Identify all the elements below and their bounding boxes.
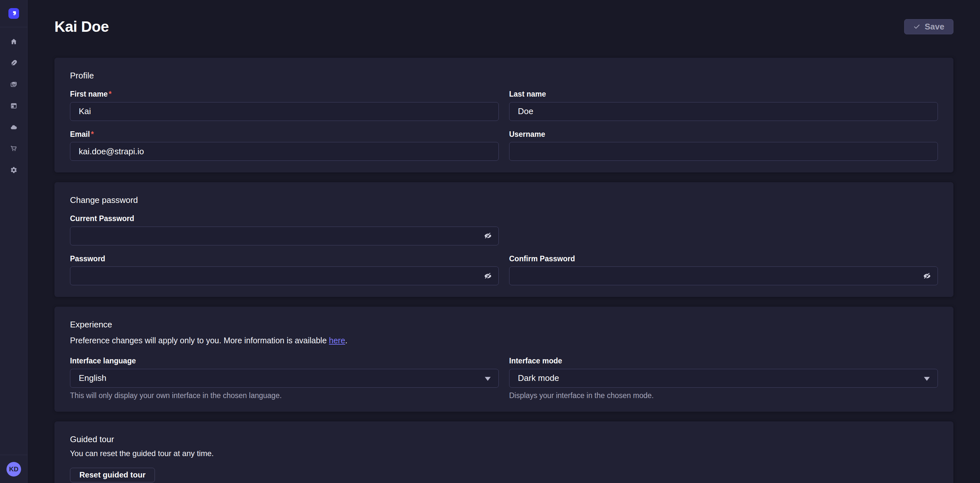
profile-section: Profile First name* Last name Email* Use…: [54, 58, 953, 172]
interface-language-label: Interface language: [70, 357, 499, 366]
email-input[interactable]: [70, 142, 499, 161]
interface-mode-hint: Displays your interface in the chosen mo…: [509, 391, 938, 400]
interface-language-value: English: [79, 373, 106, 383]
change-password-form-grid: Current Password: [70, 214, 938, 285]
email-field: Email*: [70, 130, 499, 161]
media-library-icon: [10, 81, 18, 88]
first-name-field: First name*: [70, 90, 499, 121]
change-password-section: Change password Current Password: [54, 182, 953, 297]
first-name-label: First name*: [70, 90, 499, 99]
username-input[interactable]: [509, 142, 938, 161]
sidebar-item-cloud[interactable]: [0, 116, 27, 138]
new-password-label: Password: [70, 255, 499, 263]
interface-mode-label: Interface mode: [509, 357, 938, 366]
strapi-logo-glyph: [11, 10, 17, 16]
experience-section-title: Experience: [70, 320, 938, 330]
empty-grid-cell: [509, 214, 938, 245]
experience-description-text: Preference changes will apply only to yo…: [70, 336, 329, 345]
interface-language-select[interactable]: English: [70, 369, 499, 388]
profile-form-grid: First name* Last name Email* Username: [70, 90, 938, 161]
more-information-link[interactable]: here: [329, 336, 345, 345]
cloud-icon: [10, 123, 18, 131]
current-password-input[interactable]: [70, 226, 499, 245]
current-password-label: Current Password: [70, 214, 499, 223]
sidebar: KD: [0, 0, 27, 483]
chevron-down-icon: [485, 377, 491, 381]
confirm-password-input[interactable]: [509, 266, 938, 285]
sidebar-item-media-library[interactable]: [0, 73, 27, 95]
required-mark: *: [91, 130, 94, 139]
avatar-area: KD: [0, 455, 27, 483]
guided-tour-description: You can reset the guided tour at any tim…: [70, 449, 938, 458]
last-name-label: Last name: [509, 90, 938, 99]
home-icon: [10, 38, 18, 45]
sidebar-item-marketplace[interactable]: [0, 138, 27, 159]
interface-language-field: Interface language English This will onl…: [70, 357, 499, 400]
new-password-input[interactable]: [70, 266, 499, 285]
app-shell: KD Kai Doe Save Profile First name*: [0, 0, 980, 483]
profile-section-title: Profile: [70, 71, 938, 81]
last-name-input[interactable]: [509, 102, 938, 121]
required-mark: *: [108, 90, 111, 98]
sidebar-item-content-manager[interactable]: [0, 52, 27, 73]
page-title: Kai Doe: [54, 18, 109, 35]
toggle-confirm-password-visibility-button[interactable]: [921, 270, 933, 282]
sidebar-item-settings[interactable]: [0, 159, 27, 180]
eye-off-icon: [923, 272, 931, 280]
email-label: Email*: [70, 130, 499, 139]
strapi-logo-icon: [8, 8, 19, 19]
interface-language-hint: This will only display your own interfac…: [70, 391, 499, 400]
interface-mode-field: Interface mode Dark mode Displays your i…: [509, 357, 938, 400]
interface-mode-select[interactable]: Dark mode: [509, 369, 938, 388]
experience-description: Preference changes will apply only to yo…: [70, 335, 938, 346]
confirm-password-field: Confirm Password: [509, 255, 938, 285]
experience-form-grid: Interface language English This will onl…: [70, 357, 938, 400]
username-field: Username: [509, 130, 938, 161]
guided-tour-section: Guided tour You can reset the guided tou…: [54, 421, 953, 483]
first-name-input[interactable]: [70, 102, 499, 121]
feather-icon: [10, 59, 18, 67]
chevron-down-icon: [924, 377, 930, 381]
change-password-section-title: Change password: [70, 195, 938, 205]
user-avatar[interactable]: KD: [6, 462, 21, 477]
experience-description-period: .: [345, 336, 347, 345]
avatar-initials: KD: [9, 465, 19, 473]
save-button[interactable]: Save: [904, 19, 953, 34]
last-name-field: Last name: [509, 90, 938, 121]
eye-off-icon: [484, 272, 492, 280]
layout-icon: [10, 102, 18, 110]
interface-mode-value: Dark mode: [518, 373, 559, 383]
toggle-new-password-visibility-button[interactable]: [482, 270, 493, 282]
workspace-logo-button[interactable]: [0, 0, 27, 27]
current-password-field: Current Password: [70, 214, 499, 245]
toggle-current-password-visibility-button[interactable]: [482, 230, 493, 242]
main-content: Kai Doe Save Profile First name* Last na…: [27, 0, 980, 483]
page-header: Kai Doe Save: [54, 17, 953, 36]
username-label: Username: [509, 130, 938, 139]
gear-icon: [10, 166, 18, 174]
eye-off-icon: [484, 232, 492, 240]
check-icon: [913, 23, 920, 30]
new-password-field: Password: [70, 255, 499, 285]
sidebar-nav: [0, 27, 27, 180]
confirm-password-label: Confirm Password: [509, 255, 938, 263]
save-button-label: Save: [924, 22, 944, 32]
cart-icon: [10, 145, 18, 152]
reset-guided-tour-button[interactable]: Reset guided tour: [70, 468, 155, 482]
sidebar-bottom: KD: [0, 455, 27, 483]
sidebar-item-home[interactable]: [0, 31, 27, 52]
experience-section: Experience Preference changes will apply…: [54, 307, 953, 412]
guided-tour-section-title: Guided tour: [70, 434, 938, 445]
sidebar-item-content-type-builder[interactable]: [0, 95, 27, 116]
